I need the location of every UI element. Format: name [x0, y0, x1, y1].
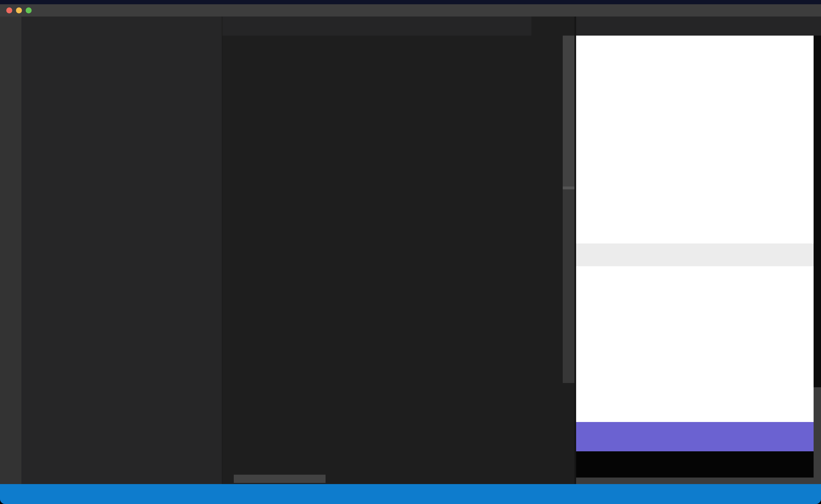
webview-bottom-strip	[576, 478, 821, 484]
zoom-window-button[interactable]	[26, 7, 32, 13]
sidebar-title	[21, 17, 222, 50]
breadcrumb[interactable]	[223, 36, 234, 51]
coderoad-tab-bar	[576, 17, 821, 36]
title-bar[interactable]	[0, 4, 821, 17]
vscode-window	[0, 0, 821, 504]
minimap[interactable]	[531, 17, 563, 484]
editor-vertical-scrollbar[interactable]	[563, 17, 575, 484]
lesson-footer	[576, 451, 814, 478]
close-window-button[interactable]	[6, 7, 12, 13]
editor-group	[222, 17, 575, 484]
activity-bar	[0, 17, 21, 484]
explorer-sidebar	[21, 17, 222, 484]
help-accordion[interactable]	[576, 422, 814, 451]
status-bar	[0, 484, 821, 504]
coderoad-webview	[576, 36, 814, 478]
editor-tab-bar	[223, 17, 575, 36]
macos-menu-bar	[0, 0, 821, 4]
editor-horizontal-scrollbar[interactable]	[234, 475, 326, 483]
minimize-window-button[interactable]	[16, 7, 22, 13]
coderoad-panel	[576, 17, 821, 484]
webview-scrollbar[interactable]	[814, 36, 821, 478]
tasks-header	[576, 243, 814, 266]
